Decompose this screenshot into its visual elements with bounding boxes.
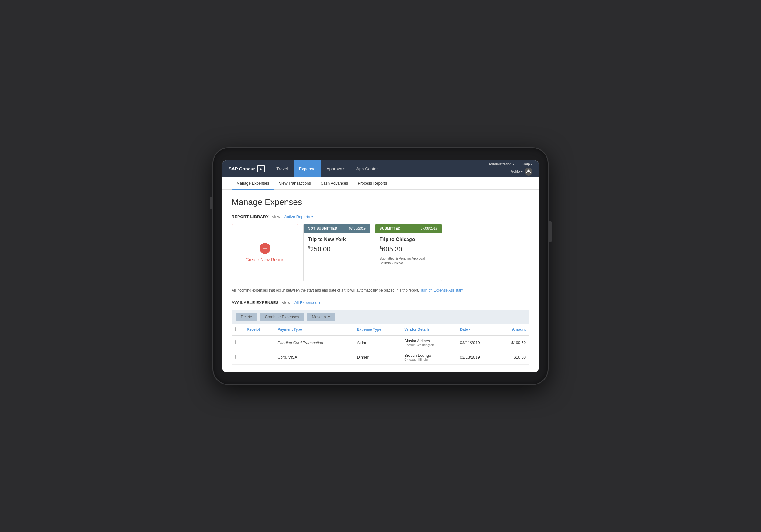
move-to-arrow: ▾ (328, 315, 330, 319)
subnav-cash-advances[interactable]: Cash Advances (316, 177, 353, 190)
row2-checkbox-cell[interactable] (232, 350, 243, 364)
row2-receipt (243, 350, 274, 364)
logo-area: SAP Concur C (229, 165, 265, 173)
nav-travel[interactable]: Travel (271, 160, 293, 177)
subnav-view-transactions[interactable]: View Transactions (274, 177, 316, 190)
nav-app-center[interactable]: App Center (351, 160, 383, 177)
help-arrow: ▾ (531, 163, 532, 166)
row1-payment-type: Pending Card Transaction (274, 335, 353, 350)
nav-expense[interactable]: Expense (294, 160, 321, 177)
row1-expense-type: Airfare (353, 335, 401, 350)
tablet-screen: SAP Concur C Travel Expense Approvals Ap… (222, 160, 539, 372)
report-library-title: REPORT LIBRARY (232, 214, 269, 219)
report-date-chi: 07/08/2019 (421, 227, 437, 230)
header-expense-type: Expense Type (353, 324, 401, 336)
row1-vendor: Alaska Airlines Seatac, Washington (401, 335, 456, 350)
page-title: Manage Expenses (232, 197, 529, 207)
nav-approvals[interactable]: Approvals (321, 160, 351, 177)
turn-off-assistant-link[interactable]: Turn off Expense Assistant (420, 288, 463, 293)
view-label: View: (272, 214, 281, 219)
report-status-submitted: SUBMITTED (380, 227, 401, 230)
header-vendor-details: Vendor Details (401, 324, 456, 336)
report-amount-ny: $250.00 (308, 245, 366, 253)
report-status-detail-chi: Submitted & Pending ApprovalBelinda Zini… (380, 256, 437, 266)
table-row: Corp. VISA Dinner Breech Lounge Chicago,… (232, 350, 529, 364)
subnav-process-reports[interactable]: Process Reports (353, 177, 392, 190)
row2-amount: $16.00 (497, 350, 529, 364)
all-expenses-arrow: ▾ (319, 300, 321, 305)
active-reports-arrow: ▾ (311, 214, 313, 219)
tablet-volume-button (210, 197, 212, 209)
combine-expenses-button[interactable]: Combine Expenses (260, 313, 304, 321)
row2-expense-type: Dinner (353, 350, 401, 364)
tablet-power-button (549, 221, 552, 242)
create-icon: + (260, 243, 270, 254)
header-date[interactable]: Date ▾ (456, 324, 497, 336)
delete-button[interactable]: Delete (236, 313, 257, 321)
available-expenses-title: AVAILABLE EXPENSES (232, 300, 279, 305)
select-all-checkbox[interactable] (235, 327, 240, 331)
report-date-ny: 07/31/2019 (349, 227, 366, 230)
profile-link[interactable]: Profile ▾ (510, 170, 523, 174)
brand-name: SAP Concur (229, 166, 255, 171)
report-amount-chi: $605.30 (380, 245, 437, 253)
row2-payment-type: Corp. VISA (274, 350, 353, 364)
row1-receipt (243, 335, 274, 350)
report-name-ny: Trip to New York (308, 237, 366, 242)
report-status-not-submitted: NOT SUBMITTED (308, 227, 337, 230)
header-payment-type: Payment Type (274, 324, 353, 336)
date-sort-arrow: ▾ (469, 328, 470, 331)
report-card-new-york[interactable]: NOT SUBMITTED 07/31/2019 Trip to New Yor… (303, 224, 370, 282)
expenses-toolbar: Delete Combine Expenses Move to ▾ (232, 310, 529, 324)
expense-table: Receipt Payment Type Expense Type Vendor… (232, 324, 529, 365)
subnav-manage-expenses[interactable]: Manage Expenses (232, 177, 274, 190)
report-cards: + Create New Report NOT SUBMITTED 07/31/… (232, 224, 529, 282)
report-header-submitted: SUBMITTED 07/08/2019 (375, 224, 441, 233)
table-body: Pending Card Transaction Airfare Alaska … (232, 335, 529, 364)
report-body-ny: Trip to New York $250.00 (304, 233, 370, 260)
help-link[interactable]: Help ▾ (522, 162, 532, 166)
report-library-header: REPORT LIBRARY View: Active Reports ▾ (232, 214, 529, 219)
main-content: Manage Expenses REPORT LIBRARY View: Act… (222, 190, 539, 372)
top-navigation: SAP Concur C Travel Expense Approvals Ap… (222, 160, 539, 177)
profile-dropdown-arrow: ▾ (521, 170, 523, 174)
table-row: Pending Card Transaction Airfare Alaska … (232, 335, 529, 350)
row2-date: 02/13/2019 (456, 350, 497, 364)
available-expenses-header: AVAILABLE EXPENSES View: All Expenses ▾ (232, 300, 529, 305)
create-new-label: Create New Report (246, 257, 284, 262)
active-reports-dropdown[interactable]: Active Reports ▾ (284, 214, 314, 219)
sub-navigation: Manage Expenses View Transactions Cash A… (222, 177, 539, 190)
row2-vendor: Breech Lounge Chicago, Illinois (401, 350, 456, 364)
avatar[interactable] (525, 168, 532, 176)
move-to-button[interactable]: Move to ▾ (307, 313, 335, 321)
all-expenses-dropdown[interactable]: All Expenses ▾ (295, 300, 321, 305)
report-header-not-submitted: NOT SUBMITTED 07/31/2019 (304, 224, 370, 233)
row2-checkbox[interactable] (235, 355, 240, 359)
header-receipt: Receipt (243, 324, 274, 336)
header-amount: Amount (497, 324, 529, 336)
create-new-report-card[interactable]: + Create New Report (232, 224, 298, 282)
table-header: Receipt Payment Type Expense Type Vendor… (232, 324, 529, 336)
available-view-label: View: (282, 300, 291, 305)
nav-divider: | (518, 162, 519, 166)
report-card-chicago[interactable]: SUBMITTED 07/08/2019 Trip to Chicago $60… (375, 224, 442, 282)
administration-link[interactable]: Administration ▾ (489, 162, 514, 166)
report-body-chi: Trip to Chicago $605.30 Submitted & Pend… (375, 233, 441, 270)
report-name-chi: Trip to Chicago (380, 237, 437, 242)
brand-icon: C (258, 165, 265, 173)
row1-amount: $199.60 (497, 335, 529, 350)
assistant-note: All incoming expenses that occur between… (232, 288, 529, 293)
header-checkbox[interactable] (232, 324, 243, 336)
row1-checkbox-cell[interactable] (232, 335, 243, 350)
row1-date: 03/11/2019 (456, 335, 497, 350)
row1-checkbox[interactable] (235, 340, 240, 345)
available-expenses-section: AVAILABLE EXPENSES View: All Expenses ▾ … (232, 300, 529, 365)
administration-arrow: ▾ (513, 163, 514, 166)
